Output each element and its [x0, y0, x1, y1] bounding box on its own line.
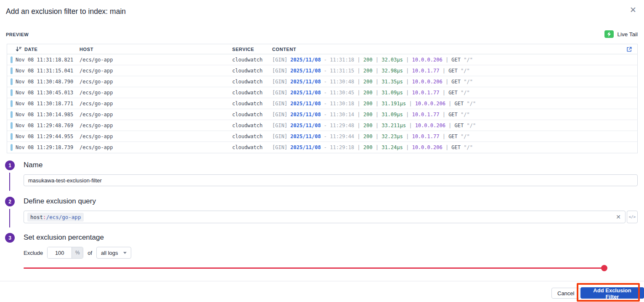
column-label-content: CONTENT	[272, 47, 296, 52]
table-row[interactable]: Nov 08 11:30:18.771 /ecs/go-app cloudwat…	[7, 98, 637, 109]
exclusion-query-input[interactable]: host:/ecs/go-app ✕	[24, 211, 625, 223]
table-row[interactable]: Nov 08 11:31:18.821 /ecs/go-app cloudwat…	[7, 54, 637, 65]
log-severity-bar	[7, 89, 16, 96]
log-date: Nov 08 11:29:18.739	[16, 144, 80, 150]
modal-title: Add an exclusion filter to index: main	[6, 7, 126, 16]
log-host: /ecs/go-app	[80, 112, 232, 118]
column-header-service[interactable]: SERVICE	[232, 47, 272, 52]
log-service: cloudwatch	[232, 90, 272, 96]
log-content: [GIN] 2025/11/08 - 11:30:45 | 200 | 31.0…	[272, 90, 637, 96]
column-label-service: SERVICE	[232, 47, 254, 52]
query-token: host:/ecs/go-app	[27, 213, 84, 222]
log-date: Nov 08 11:30:18.771	[16, 101, 80, 107]
log-content: [GIN] 2025/11/08 - 11:29:44 | 200 | 32.2…	[272, 134, 637, 139]
open-in-log-explorer-icon[interactable]	[623, 46, 637, 52]
table-row[interactable]: Nov 08 11:30:14.985 /ecs/go-app cloudwat…	[7, 109, 637, 120]
log-date: Nov 08 11:30:45.013	[16, 90, 80, 96]
lightning-bolt-icon	[604, 30, 614, 38]
log-date: Nov 08 11:30:48.790	[16, 79, 80, 85]
log-date: Nov 08 11:31:18.821	[16, 57, 80, 63]
log-service: cloudwatch	[232, 79, 272, 85]
log-service: cloudwatch	[232, 134, 272, 139]
step-3-title: Set exclusion percentage	[24, 233, 104, 242]
table-row[interactable]: Nov 08 11:30:45.013 /ecs/go-app cloudwat…	[7, 87, 637, 98]
step-1-badge: 1	[5, 160, 15, 170]
table-row[interactable]: Nov 08 11:31:15.041 /ecs/go-app cloudwat…	[7, 65, 637, 76]
log-host: /ecs/go-app	[80, 101, 232, 107]
percentage-input-group: %	[47, 247, 83, 259]
column-header-date[interactable]: DATE	[16, 46, 80, 52]
exclusion-percentage-controls: Exclude % of all logs	[24, 247, 131, 259]
scope-dropdown-value: all logs	[101, 250, 118, 256]
preview-label: PREVIEW	[6, 32, 29, 37]
log-host: /ecs/go-app	[80, 79, 232, 85]
code-view-toggle-button[interactable]: </>	[627, 211, 638, 223]
of-label: of	[87, 250, 92, 256]
log-host: /ecs/go-app	[80, 134, 232, 139]
column-label-date: DATE	[24, 47, 38, 52]
percentage-slider[interactable]	[24, 265, 607, 271]
log-content: [GIN] 2025/11/08 - 11:29:48 | 200 | 33.2…	[272, 123, 637, 128]
column-label-host: HOST	[80, 47, 93, 52]
table-row[interactable]: Nov 08 11:29:18.739 /ecs/go-app cloudwat…	[7, 142, 637, 153]
log-service: cloudwatch	[232, 57, 272, 63]
table-row[interactable]: Nov 08 11:29:48.769 /ecs/go-app cloudwat…	[7, 120, 637, 131]
log-service: cloudwatch	[232, 101, 272, 107]
exclude-label: Exclude	[24, 250, 43, 256]
step-3-badge: 3	[5, 233, 15, 243]
log-service: cloudwatch	[232, 68, 272, 74]
log-content: [GIN] 2025/11/08 - 11:31:18 | 200 | 32.0…	[272, 57, 637, 63]
log-severity-bar	[7, 100, 16, 107]
log-service: cloudwatch	[232, 123, 272, 128]
log-severity-bar	[7, 56, 16, 63]
slider-handle[interactable]	[601, 265, 607, 271]
log-severity-bar	[7, 133, 16, 140]
log-content: [GIN] 2025/11/08 - 11:30:18 | 200 | 31.1…	[272, 101, 637, 107]
code-icon: </>	[629, 215, 636, 219]
table-row[interactable]: Nov 08 11:29:44.955 /ecs/go-app cloudwat…	[7, 131, 637, 142]
add-exclusion-filter-button[interactable]: Add Exclusion Filter	[580, 287, 644, 299]
log-date: Nov 08 11:29:44.955	[16, 134, 80, 139]
log-content: [GIN] 2025/11/08 - 11:31:15 | 200 | 32.9…	[272, 68, 637, 74]
live-tail-indicator[interactable]: Live Tail	[604, 30, 638, 38]
filter-name-input[interactable]	[24, 174, 638, 186]
log-severity-bar	[7, 111, 16, 118]
footer-divider	[0, 281, 644, 281]
slider-track	[24, 267, 604, 269]
log-service: cloudwatch	[232, 112, 272, 118]
log-severity-bar	[7, 122, 16, 129]
sort-descending-icon[interactable]	[16, 46, 22, 52]
log-rows: Nov 08 11:31:18.821 /ecs/go-app cloudwat…	[7, 54, 637, 153]
step-1-connector	[9, 173, 10, 191]
log-host: /ecs/go-app	[80, 123, 232, 128]
log-date: Nov 08 11:29:48.769	[16, 123, 80, 128]
query-field: host	[30, 214, 43, 220]
log-host: /ecs/go-app	[80, 68, 232, 74]
close-icon[interactable]: ✕	[630, 6, 636, 14]
log-host: /ecs/go-app	[80, 57, 232, 63]
cancel-button[interactable]: Cancel	[551, 288, 580, 299]
log-severity-bar	[7, 144, 16, 151]
step-2-connector	[9, 209, 10, 227]
query-value: /ecs/go-app	[46, 214, 81, 220]
log-content: [GIN] 2025/11/08 - 11:30:14 | 200 | 31.0…	[272, 112, 637, 118]
table-header-row: DATE HOST SERVICE CONTENT	[7, 44, 637, 54]
log-content: [GIN] 2025/11/08 - 11:30:48 | 200 | 31.3…	[272, 79, 637, 85]
live-tail-label: Live Tail	[617, 31, 638, 37]
exclusion-filter-modal: Add an exclusion filter to index: main ✕…	[0, 0, 644, 302]
log-host: /ecs/go-app	[80, 90, 232, 96]
percent-symbol: %	[72, 247, 83, 258]
log-preview-table: DATE HOST SERVICE CONTENT Nov 08 11:31:1…	[7, 44, 638, 153]
log-severity-bar	[7, 67, 16, 74]
log-content: [GIN] 2025/11/08 - 11:29:18 | 200 | 31.2…	[272, 144, 637, 150]
log-severity-bar	[7, 78, 16, 85]
scope-dropdown[interactable]: all logs	[96, 247, 131, 259]
step-1-title: Name	[24, 161, 42, 169]
clear-query-icon[interactable]: ✕	[616, 214, 621, 220]
column-header-host[interactable]: HOST	[80, 47, 232, 52]
percentage-input[interactable]	[48, 247, 72, 258]
column-header-content[interactable]: CONTENT	[272, 47, 623, 52]
step-2-title: Define exclusion query	[24, 197, 96, 206]
chevron-down-icon	[123, 252, 127, 254]
table-row[interactable]: Nov 08 11:30:48.790 /ecs/go-app cloudwat…	[7, 76, 637, 87]
